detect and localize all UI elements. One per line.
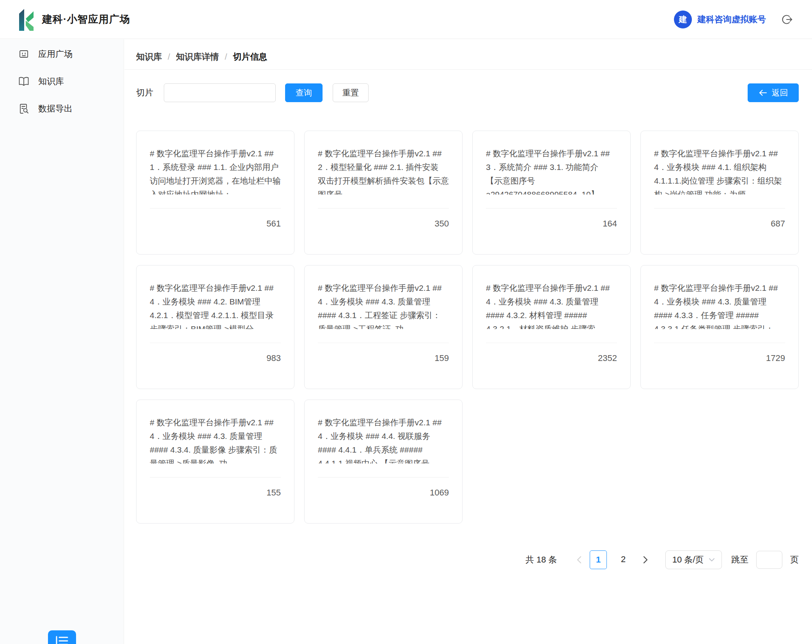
slice-card-count: 155: [150, 488, 281, 498]
slice-card-grid: # 数字化监理平台操作手册v2.1 ## 1．系统登录 ### 1.1. 企业内…: [136, 131, 799, 524]
avatar: 建: [674, 11, 692, 28]
slice-card: # 数字化监理平台操作手册v2.1 ## 2．模型轻量化 ### 2.1. 插件…: [304, 131, 463, 255]
query-button[interactable]: 查询: [285, 83, 323, 102]
brand-logo: [18, 8, 34, 31]
slice-card-count: 159: [318, 353, 449, 363]
slice-card: # 数字化监理平台操作手册v2.1 ## 4．业务模块 ### 4.3. 质量管…: [136, 400, 294, 524]
slice-card-count: 1729: [654, 353, 785, 363]
pagination-prev-button[interactable]: [573, 556, 586, 564]
reset-button[interactable]: 重置: [333, 83, 369, 102]
arrow-left-icon: [759, 89, 767, 96]
slice-card: # 数字化监理平台操作手册v2.1 ## 3．系统简介 ### 3.1. 功能简…: [472, 131, 631, 255]
app-plaza-icon: [18, 48, 30, 60]
slice-card-text: # 数字化监理平台操作手册v2.1 ## 4．业务模块 ### 4.1. 组织架…: [654, 147, 785, 195]
slice-card: # 数字化监理平台操作手册v2.1 ## 4．业务模块 ### 4.1. 组织架…: [640, 131, 799, 255]
slice-card-count: 350: [318, 219, 449, 229]
sidebar: 应用广场 知识库 数据导出: [0, 39, 124, 644]
slice-card: # 数字化监理平台操作手册v2.1 ## 4．业务模块 ### 4.2. BIM…: [136, 265, 294, 389]
pagination-total: 共 18 条: [525, 554, 557, 566]
slice-card-text: # 数字化监理平台操作手册v2.1 ## 4．业务模块 ### 4.2. BIM…: [150, 281, 281, 329]
sidebar-item-label: 数据导出: [38, 103, 73, 115]
slice-card-count: 983: [150, 353, 281, 363]
breadcrumb-separator: /: [168, 52, 170, 62]
sidebar-item-knowledge-base[interactable]: 知识库: [0, 68, 124, 95]
brand-logo-icon: [18, 8, 34, 31]
slice-card-text: # 数字化监理平台操作手册v2.1 ## 4．业务模块 ### 4.3. 质量管…: [486, 281, 617, 329]
slice-card-count: 164: [486, 219, 617, 229]
slice-card: # 数字化监理平台操作手册v2.1 ## 4．业务模块 ### 4.4. 视联服…: [304, 400, 463, 524]
slice-card-text: # 数字化监理平台操作手册v2.1 ## 3．系统简介 ### 3.1. 功能简…: [486, 147, 617, 195]
slice-card-text: # 数字化监理平台操作手册v2.1 ## 4．业务模块 ### 4.3. 质量管…: [150, 416, 281, 464]
pagination-page-2[interactable]: 2: [615, 550, 632, 569]
sidebar-item-label: 应用广场: [38, 48, 73, 60]
slice-card-count: 2352: [486, 353, 617, 363]
breadcrumb-divider: [124, 69, 812, 70]
card-divider: [150, 208, 281, 209]
breadcrumb-knowledge-base[interactable]: 知识库: [136, 51, 162, 63]
main-content: 知识库 / 知识库详情 / 切片信息 切片 查询 重置 返回 # 数字化监理平台…: [124, 39, 812, 644]
page-size-value: 10 条/页: [672, 554, 704, 566]
slice-card-text: # 数字化监理平台操作手册v2.1 ## 4．业务模块 ### 4.4. 视联服…: [318, 416, 449, 464]
sidebar-item-app-plaza[interactable]: 应用广场: [0, 41, 124, 68]
chevron-right-icon: [643, 556, 648, 564]
card-divider: [318, 208, 449, 209]
card-divider: [654, 343, 785, 343]
page-size-select[interactable]: 10 条/页: [665, 550, 722, 569]
pagination-page-1[interactable]: 1: [590, 550, 607, 569]
account-name[interactable]: 建科咨询虚拟账号: [697, 14, 766, 25]
sidebar-item-data-export[interactable]: 数据导出: [0, 95, 124, 122]
jump-page-input[interactable]: [756, 551, 782, 569]
slice-search-input[interactable]: [164, 83, 276, 102]
logout-icon[interactable]: [782, 14, 792, 25]
header-account-area: 建 建科咨询虚拟账号: [674, 0, 792, 39]
card-divider: [486, 343, 617, 343]
app-title: 建科·小智应用广场: [42, 12, 130, 26]
card-divider: [654, 208, 785, 209]
slice-card-text: # 数字化监理平台操作手册v2.1 ## 4．业务模块 ### 4.3. 质量管…: [654, 281, 785, 329]
slice-card-text: # 数字化监理平台操作手册v2.1 ## 4．业务模块 ### 4.3. 质量管…: [318, 281, 449, 329]
breadcrumb-separator: /: [225, 52, 227, 62]
chevron-down-icon: [709, 558, 715, 562]
chevron-left-icon: [576, 556, 582, 564]
back-button-label: 返回: [772, 87, 788, 98]
slice-card-text: # 数字化监理平台操作手册v2.1 ## 2．模型轻量化 ### 2.1. 插件…: [318, 147, 449, 195]
jump-to-label: 跳至: [731, 554, 748, 566]
slice-card: # 数字化监理平台操作手册v2.1 ## 4．业务模块 ### 4.3. 质量管…: [640, 265, 799, 389]
app-header: 建科·小智应用广场 建 建科咨询虚拟账号: [0, 0, 812, 39]
slice-card-text: # 数字化监理平台操作手册v2.1 ## 1．系统登录 ### 1.1. 企业内…: [150, 147, 281, 195]
slice-card: # 数字化监理平台操作手册v2.1 ## 1．系统登录 ### 1.1. 企业内…: [136, 131, 294, 255]
pagination-next-button[interactable]: [639, 556, 652, 564]
knowledge-base-icon: [18, 76, 30, 87]
list-menu-icon: [55, 635, 69, 644]
filter-row: 切片 查询 重置 返回: [136, 83, 799, 102]
data-export-icon: [18, 103, 30, 115]
slice-card: # 数字化监理平台操作手册v2.1 ## 4．业务模块 ### 4.3. 质量管…: [472, 265, 631, 389]
card-divider: [486, 208, 617, 209]
back-button[interactable]: 返回: [748, 83, 799, 102]
slice-card-count: 1069: [318, 488, 449, 498]
breadcrumb-slice-info: 切片信息: [233, 51, 267, 63]
sidebar-collapse-button[interactable]: [48, 630, 76, 644]
jump-page-suffix: 页: [790, 554, 799, 566]
slice-filter-label: 切片: [136, 87, 153, 99]
breadcrumb-kb-detail[interactable]: 知识库详情: [176, 51, 219, 63]
card-divider: [318, 343, 449, 343]
sidebar-item-label: 知识库: [38, 76, 64, 87]
pagination: 共 18 条 1 2 10 条/页 跳至 页: [525, 550, 799, 569]
card-divider: [150, 343, 281, 343]
card-divider: [150, 477, 281, 478]
slice-card: # 数字化监理平台操作手册v2.1 ## 4．业务模块 ### 4.3. 质量管…: [304, 265, 463, 389]
breadcrumb: 知识库 / 知识库详情 / 切片信息: [136, 51, 267, 63]
card-divider: [318, 477, 449, 478]
slice-card-count: 561: [150, 219, 281, 229]
slice-card-count: 687: [654, 219, 785, 229]
